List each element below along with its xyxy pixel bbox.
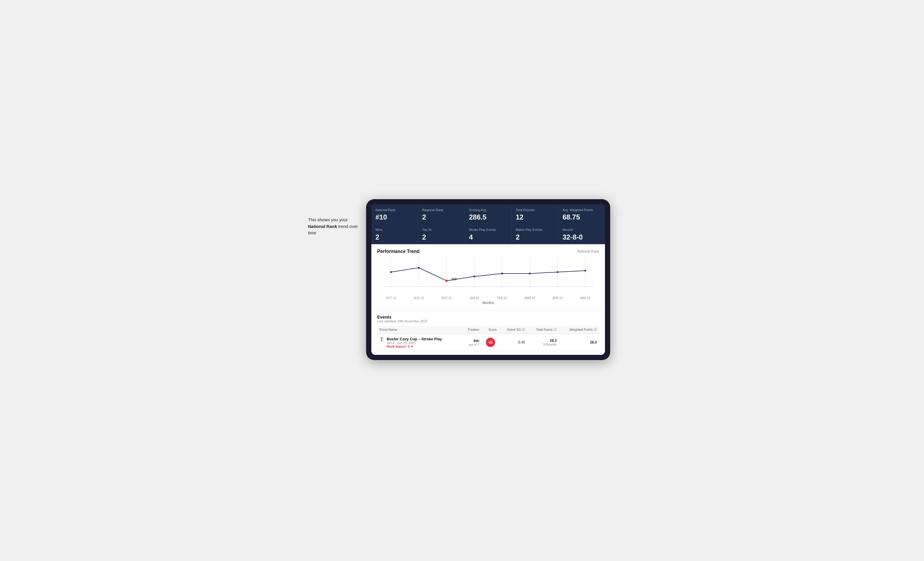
col-position: Position xyxy=(461,326,482,334)
event-score-cell: -22 xyxy=(482,334,499,351)
svg-text:#10: #10 xyxy=(452,277,457,280)
stat-national-rank: National Rank #10 xyxy=(371,204,418,224)
col-total-points: Total Points ⓘ xyxy=(527,326,559,334)
events-title: Events xyxy=(377,314,599,319)
stat-wins: Wins 2 xyxy=(371,224,418,244)
x-label-nov23: NOV 23 xyxy=(405,296,433,300)
stat-stroke-play-events: Stroke Play Events 4 xyxy=(465,224,512,244)
svg-point-13 xyxy=(473,275,475,277)
event-position-sub: out of 7 xyxy=(464,343,479,346)
events-table: Event Name Position Score Event SG ⓘ xyxy=(377,326,599,352)
rank-impact: Rank Impact: 3 ▼ xyxy=(387,345,442,348)
event-position: 6th xyxy=(464,338,479,343)
stats-row-1: National Rank #10 Regional Rank 2 Scorin… xyxy=(371,204,605,224)
x-label-may24: MAY 24 xyxy=(572,296,600,300)
perf-title: Performance Trend xyxy=(377,249,420,254)
stat-match-play-events: Match Play Events 2 xyxy=(512,224,558,244)
x-axis-labels: OCT 23 NOV 23 DEC 23 JAN 24 FEB 24 MAR 2… xyxy=(377,295,599,300)
event-sg-cell: 0.45 xyxy=(499,334,527,351)
col-event-name: Event Name xyxy=(377,326,461,334)
x-label-jan24: JAN 24 xyxy=(460,296,489,300)
weighted-points-value: 28.3 xyxy=(590,340,597,344)
months-axis-label: Months xyxy=(377,301,599,305)
svg-point-11 xyxy=(418,267,420,269)
table-row: 🏌 Buster Cozy Cup – Stroke Play Oct 9 - … xyxy=(377,334,599,351)
events-section: Events Last updated: 24th November 2023 … xyxy=(371,310,605,355)
stat-regional-rank: Regional Rank 2 xyxy=(418,204,465,224)
events-table-header: Event Name Position Score Event SG ⓘ xyxy=(377,326,599,334)
event-info: Buster Cozy Cup – Stroke Play Oct 9 - Oc… xyxy=(387,337,442,348)
score-badge: -22 xyxy=(486,338,495,347)
page-wrapper: This shows you your National Rank trend … xyxy=(308,199,616,362)
performance-chart: #10 xyxy=(377,257,599,295)
annotation-text: This shows you your National Rank trend … xyxy=(308,217,366,236)
x-label-oct23: OCT 23 xyxy=(377,296,405,300)
x-label-dec23: DEC 23 xyxy=(433,296,460,300)
golf-icon: 🏌 xyxy=(380,337,384,341)
event-date: Oct 9 - Oct 10, 2023 xyxy=(387,341,442,345)
event-total-points-cell: 28.3 3 Rounds xyxy=(527,334,559,351)
x-label-apr24: APR 24 xyxy=(544,296,572,300)
col-event-sg: Event SG ⓘ xyxy=(499,326,527,334)
events-last-updated: Last updated: 24th November 2023 xyxy=(377,319,599,323)
stat-scoring-avg: Scoring Avg. 286.5 xyxy=(465,204,512,224)
svg-point-14 xyxy=(501,273,503,274)
event-name-cell: 🏌 Buster Cozy Cup – Stroke Play Oct 9 - … xyxy=(377,334,461,351)
svg-point-17 xyxy=(584,270,586,271)
event-position-cell: 6th out of 7 xyxy=(461,334,482,351)
x-label-mar24: MAR 24 xyxy=(516,296,544,300)
perf-header: Performance Trend National Rank xyxy=(377,249,599,254)
tablet-screen: National Rank #10 Regional Rank 2 Scorin… xyxy=(371,204,605,355)
svg-point-12 xyxy=(446,280,448,282)
total-points-value: 28.3 xyxy=(530,338,557,343)
event-weighted-points-cell: 28.3 xyxy=(559,334,599,351)
col-score: Score xyxy=(482,326,499,334)
x-label-feb24: FEB 24 xyxy=(488,296,516,300)
stat-total-rounds: Total Rounds 12 xyxy=(512,204,558,224)
svg-point-15 xyxy=(529,273,531,274)
event-name: Buster Cozy Cup – Stroke Play xyxy=(387,337,442,341)
stat-record: Record 32-8-0 xyxy=(558,224,605,244)
stat-top3s: Top 3s 2 xyxy=(418,224,465,244)
events-header-row: Event Name Position Score Event SG ⓘ xyxy=(377,326,599,334)
svg-point-16 xyxy=(557,271,558,273)
perf-right-label: National Rank xyxy=(578,250,599,253)
events-table-body: 🏌 Buster Cozy Cup – Stroke Play Oct 9 - … xyxy=(377,334,599,351)
col-weighted-points: Weighted Points ⓘ xyxy=(559,326,599,334)
performance-trend-section: Performance Trend National Rank xyxy=(371,244,605,310)
total-rounds-value: 3 Rounds xyxy=(530,343,557,346)
svg-point-10 xyxy=(390,271,392,273)
tablet-device: National Rank #10 Regional Rank 2 Scorin… xyxy=(366,199,610,360)
stat-avg-weighted-points: Avg. Weighted Points 68.75 xyxy=(558,204,605,224)
chart-area: #10 xyxy=(377,257,599,295)
stats-row-2: Wins 2 Top 3s 2 Stroke Play Events 4 Mat… xyxy=(371,224,605,244)
